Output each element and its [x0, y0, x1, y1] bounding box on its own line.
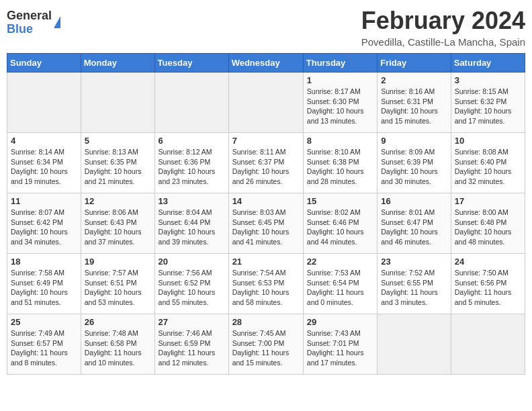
day-info: Sunrise: 8:16 AM Sunset: 6:31 PM Dayligh…	[381, 87, 438, 125]
day-info: Sunrise: 8:17 AM Sunset: 6:30 PM Dayligh…	[307, 87, 364, 125]
calendar-cell: 3Sunrise: 8:15 AM Sunset: 6:32 PM Daylig…	[451, 73, 525, 133]
day-number: 28	[232, 317, 300, 327]
day-info: Sunrise: 7:56 AM Sunset: 6:52 PM Dayligh…	[159, 269, 216, 306]
week-row-5: 25Sunrise: 7:49 AM Sunset: 6:57 PM Dayli…	[7, 314, 525, 375]
day-info: Sunrise: 8:02 AM Sunset: 6:46 PM Dayligh…	[307, 208, 364, 246]
day-info: Sunrise: 8:15 AM Sunset: 6:32 PM Dayligh…	[455, 87, 512, 125]
calendar-cell	[378, 314, 451, 375]
day-info: Sunrise: 8:08 AM Sunset: 6:40 PM Dayligh…	[455, 148, 512, 185]
calendar-header-row: SundayMondayTuesdayWednesdayThursdayFrid…	[7, 54, 525, 73]
day-number: 26	[85, 317, 151, 327]
calendar-cell: 27Sunrise: 7:46 AM Sunset: 6:59 PM Dayli…	[154, 314, 228, 375]
day-number: 16	[381, 196, 447, 206]
day-number: 4	[11, 136, 77, 146]
week-row-3: 11Sunrise: 8:07 AM Sunset: 6:42 PM Dayli…	[7, 193, 525, 254]
day-number: 6	[159, 136, 225, 146]
day-number: 12	[85, 196, 151, 206]
day-info: Sunrise: 7:54 AM Sunset: 6:53 PM Dayligh…	[232, 269, 290, 306]
calendar-cell: 19Sunrise: 7:57 AM Sunset: 6:51 PM Dayli…	[81, 254, 154, 314]
day-number: 5	[85, 136, 151, 146]
calendar-cell	[451, 314, 525, 375]
day-number: 15	[307, 196, 373, 206]
calendar-cell: 15Sunrise: 8:02 AM Sunset: 6:46 PM Dayli…	[303, 193, 377, 254]
day-info: Sunrise: 7:46 AM Sunset: 6:59 PM Dayligh…	[159, 329, 216, 367]
day-info: Sunrise: 7:43 AM Sunset: 7:01 PM Dayligh…	[307, 329, 364, 367]
calendar-cell: 18Sunrise: 7:58 AM Sunset: 6:49 PM Dayli…	[7, 254, 81, 314]
day-info: Sunrise: 8:00 AM Sunset: 6:48 PM Dayligh…	[455, 208, 512, 246]
header-thursday: Thursday	[303, 54, 377, 73]
day-number: 11	[11, 196, 77, 206]
calendar-cell: 11Sunrise: 8:07 AM Sunset: 6:42 PM Dayli…	[7, 193, 81, 254]
header-tuesday: Tuesday	[154, 54, 228, 73]
day-info: Sunrise: 7:53 AM Sunset: 6:54 PM Dayligh…	[307, 269, 364, 306]
calendar-cell: 17Sunrise: 8:00 AM Sunset: 6:48 PM Dayli…	[451, 193, 525, 254]
day-number: 3	[455, 75, 521, 85]
day-info: Sunrise: 8:07 AM Sunset: 6:42 PM Dayligh…	[11, 208, 68, 246]
calendar-cell: 25Sunrise: 7:49 AM Sunset: 6:57 PM Dayli…	[7, 314, 81, 375]
calendar-cell: 29Sunrise: 7:43 AM Sunset: 7:01 PM Dayli…	[303, 314, 377, 375]
day-info: Sunrise: 7:49 AM Sunset: 6:57 PM Dayligh…	[11, 329, 68, 367]
day-number: 13	[159, 196, 225, 206]
header-sunday: Sunday	[7, 54, 81, 73]
day-info: Sunrise: 8:11 AM Sunset: 6:37 PM Dayligh…	[232, 148, 290, 185]
day-number: 18	[11, 257, 77, 267]
calendar-cell: 4Sunrise: 8:14 AM Sunset: 6:34 PM Daylig…	[7, 133, 81, 193]
calendar-cell: 13Sunrise: 8:04 AM Sunset: 6:44 PM Dayli…	[154, 193, 228, 254]
calendar-cell: 20Sunrise: 7:56 AM Sunset: 6:52 PM Dayli…	[154, 254, 228, 314]
calendar-cell: 12Sunrise: 8:06 AM Sunset: 6:43 PM Dayli…	[81, 193, 154, 254]
calendar-cell: 6Sunrise: 8:12 AM Sunset: 6:36 PM Daylig…	[154, 133, 228, 193]
day-number: 17	[455, 196, 521, 206]
calendar-cell: 9Sunrise: 8:09 AM Sunset: 6:39 PM Daylig…	[378, 133, 451, 193]
calendar-cell: 2Sunrise: 8:16 AM Sunset: 6:31 PM Daylig…	[378, 73, 451, 133]
day-info: Sunrise: 8:09 AM Sunset: 6:39 PM Dayligh…	[381, 148, 438, 185]
day-info: Sunrise: 7:50 AM Sunset: 6:56 PM Dayligh…	[455, 269, 512, 306]
calendar-cell	[228, 73, 303, 133]
day-info: Sunrise: 7:48 AM Sunset: 6:58 PM Dayligh…	[85, 329, 142, 367]
calendar-cell: 14Sunrise: 8:03 AM Sunset: 6:45 PM Dayli…	[228, 193, 303, 254]
day-info: Sunrise: 7:52 AM Sunset: 6:55 PM Dayligh…	[381, 269, 438, 306]
day-info: Sunrise: 8:12 AM Sunset: 6:36 PM Dayligh…	[159, 148, 216, 185]
day-number: 21	[232, 257, 300, 267]
calendar-cell	[154, 73, 228, 133]
location-title: Povedilla, Castille-La Mancha, Spain	[361, 36, 525, 48]
calendar-cell: 21Sunrise: 7:54 AM Sunset: 6:53 PM Dayli…	[228, 254, 303, 314]
header-saturday: Saturday	[451, 54, 525, 73]
week-row-4: 18Sunrise: 7:58 AM Sunset: 6:49 PM Dayli…	[7, 254, 525, 314]
day-number: 23	[381, 257, 447, 267]
calendar-cell: 23Sunrise: 7:52 AM Sunset: 6:55 PM Dayli…	[378, 254, 451, 314]
day-number: 29	[307, 317, 373, 327]
day-number: 27	[159, 317, 225, 327]
calendar-cell: 5Sunrise: 8:13 AM Sunset: 6:35 PM Daylig…	[81, 133, 154, 193]
week-row-2: 4Sunrise: 8:14 AM Sunset: 6:34 PM Daylig…	[7, 133, 525, 193]
logo: General Blue	[7, 9, 60, 36]
day-info: Sunrise: 8:01 AM Sunset: 6:47 PM Dayligh…	[381, 208, 438, 246]
title-area: February 2024 Povedilla, Castille-La Man…	[361, 7, 525, 48]
calendar-cell: 28Sunrise: 7:45 AM Sunset: 7:00 PM Dayli…	[228, 314, 303, 375]
header-monday: Monday	[81, 54, 154, 73]
day-number: 2	[381, 75, 447, 85]
day-number: 7	[232, 136, 300, 146]
calendar-cell: 22Sunrise: 7:53 AM Sunset: 6:54 PM Dayli…	[303, 254, 377, 314]
day-info: Sunrise: 7:58 AM Sunset: 6:49 PM Dayligh…	[11, 269, 68, 306]
calendar-cell: 16Sunrise: 8:01 AM Sunset: 6:47 PM Dayli…	[378, 193, 451, 254]
page-header: General Blue February 2024 Povedilla, Ca…	[7, 7, 525, 48]
calendar-cell: 24Sunrise: 7:50 AM Sunset: 6:56 PM Dayli…	[451, 254, 525, 314]
week-row-1: 1Sunrise: 8:17 AM Sunset: 6:30 PM Daylig…	[7, 73, 525, 133]
calendar-cell: 8Sunrise: 8:10 AM Sunset: 6:38 PM Daylig…	[303, 133, 377, 193]
day-number: 22	[307, 257, 373, 267]
calendar-table: SundayMondayTuesdayWednesdayThursdayFrid…	[7, 53, 525, 375]
header-wednesday: Wednesday	[228, 54, 303, 73]
header-friday: Friday	[378, 54, 451, 73]
calendar-cell: 1Sunrise: 8:17 AM Sunset: 6:30 PM Daylig…	[303, 73, 377, 133]
calendar-cell: 7Sunrise: 8:11 AM Sunset: 6:37 PM Daylig…	[228, 133, 303, 193]
day-number: 20	[159, 257, 225, 267]
day-number: 10	[455, 136, 521, 146]
day-number: 8	[307, 136, 373, 146]
day-number: 14	[232, 196, 300, 206]
logo-triangle-icon	[54, 16, 60, 28]
day-number: 19	[85, 257, 151, 267]
month-title: February 2024	[361, 7, 525, 35]
day-info: Sunrise: 8:06 AM Sunset: 6:43 PM Dayligh…	[85, 208, 142, 246]
day-info: Sunrise: 8:04 AM Sunset: 6:44 PM Dayligh…	[159, 208, 216, 246]
day-number: 24	[455, 257, 521, 267]
